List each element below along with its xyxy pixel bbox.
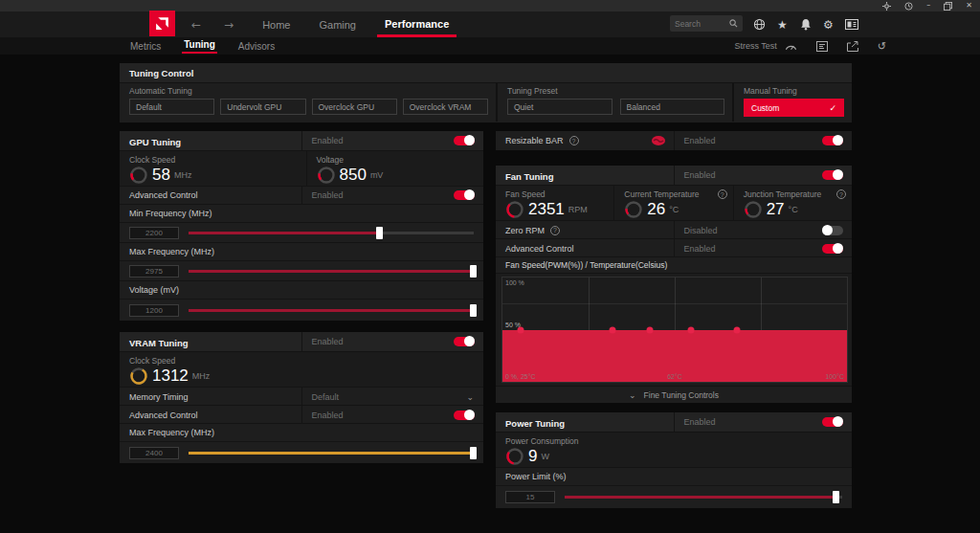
zero-rpm-toggle[interactable] xyxy=(822,226,843,235)
memory-timing-select[interactable]: Default ⌄ xyxy=(301,388,484,406)
vram-max-frequency-slider[interactable] xyxy=(189,447,474,459)
button-undervolt-gpu[interactable]: Undervolt GPU xyxy=(220,99,305,115)
fine-tuning-controls[interactable]: ⌄ Fine Tuning Controls xyxy=(496,387,852,403)
fan-chart-title: Fan Speed(PWM(%)) / Temperature(Celsius) xyxy=(496,260,667,270)
min-frequency-slider[interactable] xyxy=(189,227,474,239)
button-default[interactable]: Default xyxy=(129,99,214,115)
fan-curve-point[interactable] xyxy=(733,326,740,333)
favorites-star-icon[interactable]: ★ xyxy=(775,17,790,32)
fan-speed-label: Fan Speed xyxy=(505,189,613,199)
toggle-knob xyxy=(833,416,843,427)
search-box[interactable] xyxy=(670,15,743,32)
nav-tab-performance[interactable]: Performance xyxy=(377,12,457,36)
power-consumption-label: Power Consumption xyxy=(505,436,852,446)
fan-curve-point[interactable] xyxy=(518,326,524,333)
slider-handle[interactable] xyxy=(470,304,477,317)
fan-curve-plot[interactable]: 100 % 50 % 0 %, 25°C 62°C 100°C xyxy=(501,277,848,383)
slider-handle[interactable] xyxy=(833,491,839,503)
vram-clock-stat: Clock Speed 1312 MHz xyxy=(120,352,483,386)
toggle-knob xyxy=(464,135,475,145)
gpu-clock-value: 58 xyxy=(152,166,170,185)
power-limit-slider[interactable] xyxy=(565,491,842,503)
minimize-icon[interactable]: – xyxy=(926,2,930,10)
min-frequency-input[interactable] xyxy=(129,227,179,239)
close-icon[interactable]: ✕ xyxy=(966,2,972,10)
chevron-down-icon: ⌄ xyxy=(466,392,474,402)
memory-timing-label: Memory Timing xyxy=(120,392,189,402)
max-frequency-slider[interactable] xyxy=(189,265,474,278)
power-tuning-enabled-label: Enabled xyxy=(675,417,823,427)
slider-handle[interactable] xyxy=(376,227,383,239)
current-temp-stat: Current Temperature 26 °C ? xyxy=(613,186,732,220)
junction-temp-gauge-icon xyxy=(744,200,763,219)
power-tuning-toggle[interactable] xyxy=(822,417,843,427)
fan-curve-point[interactable] xyxy=(610,326,616,333)
back-icon[interactable]: ← xyxy=(191,18,201,32)
voltage-mv-label: Voltage (mV) xyxy=(120,285,179,295)
button-quiet[interactable]: Quiet xyxy=(507,99,612,115)
max-frequency-input[interactable] xyxy=(129,265,179,278)
help-icon[interactable]: ? xyxy=(569,136,579,145)
gpu-clock-gauge-icon xyxy=(129,166,148,185)
vram-tuning-enabled-label: Enabled xyxy=(302,337,455,346)
button-overclock-gpu[interactable]: Overclock GPU xyxy=(312,99,397,115)
junction-temp-stat: Junction Temperature 27 °C ? xyxy=(733,186,852,220)
fan-curve-point[interactable] xyxy=(646,326,653,333)
resizable-bar-toggle[interactable] xyxy=(822,136,843,145)
feed-icon[interactable] xyxy=(844,17,858,32)
subtab-tuning-label: Tuning xyxy=(184,39,215,50)
fan-tuning-toggle[interactable] xyxy=(822,170,843,180)
fan-advanced-toggle[interactable] xyxy=(822,244,843,254)
reset-icon[interactable]: ↺ xyxy=(878,40,886,53)
toggle-knob xyxy=(464,336,475,346)
stress-test-gauge-icon[interactable] xyxy=(785,41,797,51)
slider-handle[interactable] xyxy=(470,265,477,278)
gpu-tuning-panel: GPU Tuning Enabled Clock Speed 58 MHz Vo… xyxy=(120,131,483,321)
help-icon[interactable]: ? xyxy=(550,226,560,235)
amd-logo[interactable] xyxy=(149,11,175,36)
nav-tab-home[interactable]: Home xyxy=(262,19,290,31)
fine-tuning-controls-label: Fine Tuning Controls xyxy=(644,390,719,400)
voltage-mv-slider[interactable] xyxy=(189,304,474,317)
power-consumption-unit: W xyxy=(541,452,549,461)
vram-max-frequency-input[interactable] xyxy=(129,447,179,459)
manual-tuning-group: Manual Tuning Custom ✓ xyxy=(734,83,852,122)
subtab-advisors[interactable]: Advisors xyxy=(238,41,275,52)
power-limit-input[interactable] xyxy=(505,491,555,503)
button-overclock-vram[interactable]: Overclock VRAM xyxy=(403,99,488,115)
help-icon[interactable]: ? xyxy=(718,189,727,199)
gpu-tuning-enabled-label: Enabled xyxy=(302,136,455,145)
voltage-mv-input[interactable] xyxy=(129,304,179,317)
vram-max-frequency-label: Max Frequency (MHz) xyxy=(120,428,214,437)
export-profile-icon[interactable] xyxy=(847,41,858,52)
vram-clock-value: 1312 xyxy=(152,366,189,386)
settings-gear-icon[interactable] xyxy=(882,2,891,11)
vram-tuning-toggle[interactable] xyxy=(454,337,475,346)
gpu-advanced-toggle[interactable] xyxy=(454,190,475,200)
settings-icon[interactable]: ⚙ xyxy=(821,17,835,32)
min-frequency-label: Min Frequency (MHz) xyxy=(120,209,212,218)
notifications-bell-icon[interactable] xyxy=(798,17,813,32)
gpu-tuning-title: GPU Tuning xyxy=(120,137,181,147)
gpu-advanced-label: Advanced Control xyxy=(120,190,198,200)
forward-icon[interactable]: → xyxy=(224,18,234,32)
search-input[interactable] xyxy=(675,19,729,29)
button-custom[interactable]: Custom ✓ xyxy=(744,99,844,117)
subtab-tuning[interactable]: Tuning xyxy=(184,39,215,53)
button-balanced[interactable]: Balanced xyxy=(620,99,725,115)
nav-tab-gaming[interactable]: Gaming xyxy=(319,19,356,31)
vram-advanced-toggle[interactable] xyxy=(454,411,475,420)
gpu-voltage-gauge-icon xyxy=(317,166,336,185)
gpu-tuning-toggle[interactable] xyxy=(454,136,475,145)
subtab-metrics[interactable]: Metrics xyxy=(130,41,161,52)
fan-curve-point[interactable] xyxy=(687,326,694,333)
main-navbar: ← → Home Gaming Performance ★ ⚙ xyxy=(0,11,980,37)
slider-handle[interactable] xyxy=(470,447,477,459)
help-icon[interactable]: ? xyxy=(836,189,846,199)
power-tuning-title: Power Tuning xyxy=(496,418,565,429)
clock-icon[interactable] xyxy=(904,2,913,11)
gpu-voltage-label: Voltage xyxy=(317,155,384,165)
globe-icon[interactable] xyxy=(752,17,767,32)
restore-icon[interactable] xyxy=(944,2,952,11)
profile-load-icon[interactable] xyxy=(816,41,828,52)
